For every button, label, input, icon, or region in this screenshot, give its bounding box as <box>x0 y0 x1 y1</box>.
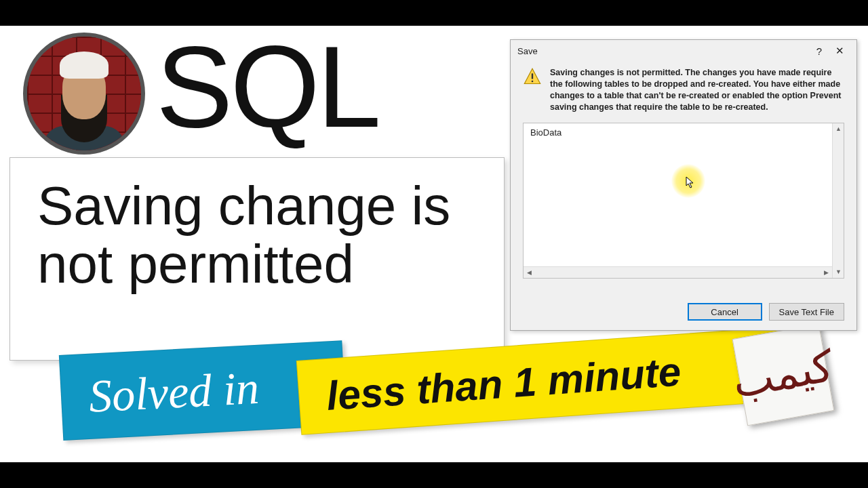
tables-list[interactable]: BioData ▲ ▼ ◀ ▶ <box>523 123 844 279</box>
dialog-titlebar: Save ? ✕ <box>511 40 856 62</box>
dialog-body: Saving changes is not permitted. The cha… <box>511 62 856 279</box>
table-row[interactable]: BioData <box>530 127 837 138</box>
dialog-button-row: Cancel Save Text File <box>688 303 844 321</box>
svg-marker-3 <box>686 177 693 188</box>
help-button[interactable]: ? <box>809 45 829 57</box>
close-button[interactable]: ✕ <box>829 45 850 57</box>
svg-rect-1 <box>532 73 533 79</box>
scroll-right-button[interactable]: ▶ <box>821 267 832 279</box>
warning-icon <box>523 67 542 86</box>
save-dialog: Save ? ✕ Saving changes is not permitted… <box>510 39 857 331</box>
svg-rect-2 <box>532 81 533 82</box>
save-text-file-button[interactable]: Save Text File <box>769 303 844 321</box>
headline-text: Saving change is not permitted <box>37 177 477 294</box>
vertical-scrollbar[interactable]: ▲ ▼ <box>832 123 844 278</box>
horizontal-scrollbar[interactable]: ◀ ▶ <box>524 266 832 278</box>
scroll-up-button[interactable]: ▲ <box>833 123 844 135</box>
dialog-message: Saving changes is not permitted. The cha… <box>550 67 844 113</box>
letterbox-bottom <box>0 462 868 488</box>
cancel-button[interactable]: Cancel <box>688 303 762 321</box>
cursor-icon <box>686 176 695 188</box>
logo-script: كيمب <box>730 347 837 403</box>
dialog-message-row: Saving changes is not permitted. The cha… <box>523 67 844 113</box>
scroll-down-button[interactable]: ▼ <box>833 266 844 278</box>
solved-label: Solved in <box>87 361 260 423</box>
headline-card: Saving change is not permitted <box>9 157 505 361</box>
channel-logo: كيمب <box>732 324 835 426</box>
scroll-left-button[interactable]: ◀ <box>524 267 535 279</box>
solved-yellow-strip: less than 1 minute <box>296 327 789 435</box>
sql-heading: SQL <box>156 20 378 153</box>
dialog-title: Save <box>517 46 809 56</box>
minute-label: less than 1 minute <box>325 348 682 419</box>
presenter-avatar <box>23 33 145 155</box>
letterbox-top <box>0 0 868 26</box>
avatar-person <box>43 45 125 153</box>
